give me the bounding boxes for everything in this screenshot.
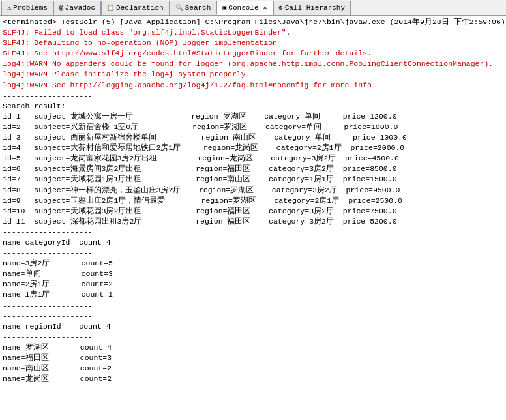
console-line: name=南山区 count=2: [3, 363, 503, 374]
console-line: SLF4J: Defaulting to no-operation (NOP) …: [3, 38, 503, 48]
tab-console[interactable]: ▣ Console ✕: [216, 1, 273, 15]
console-line: --------------------: [3, 248, 503, 258]
tab-declaration-label: Declaration: [116, 4, 164, 12]
console-line: name=regionId count=4: [3, 322, 503, 332]
console-line: id=11 subject=深都花园出租3房2厅 region=福田区 cate…: [3, 217, 503, 227]
console-line: --------------------: [3, 332, 503, 342]
console-line: name=罗湖区 count=4: [3, 342, 503, 353]
javadoc-icon: @: [59, 5, 63, 12]
console-line: id=7 subject=天域花园1房1厅出租 region=南山区 categ…: [3, 174, 503, 185]
console-line: Search result:: [3, 101, 503, 112]
console-line: name=2房1厅 count=2: [3, 279, 503, 290]
console-line: id=6 subject=海景房间3房2厅出租 region=福田区 categ…: [3, 164, 503, 174]
tab-declaration[interactable]: 📋 Declaration: [101, 1, 170, 15]
console-icon: ▣: [222, 4, 226, 12]
console-line: id=3 subject=西丽新屋村新宿舍楼单间 region=南山区 cate…: [3, 132, 503, 143]
console-line: name=单间 count=3: [3, 269, 503, 279]
console-line: log4j:WARN Please initialize the log4j s…: [3, 69, 503, 80]
tab-console-label: Console: [228, 4, 258, 12]
console-line: id=4 subject=大芬村信和爱琴居地铁口2房1厅 region=龙岗区 …: [3, 143, 503, 153]
problems-icon: ⚠: [7, 4, 11, 12]
console-line: --------------------: [3, 227, 503, 237]
console-line: name=1房1厅 count=1: [3, 290, 503, 300]
console-line: log4j:WARN See http://logging.apache.org…: [3, 80, 503, 91]
tab-callhierarchy-label: Call Hierarchy: [285, 4, 345, 12]
console-line: name=3房2厅 count=5: [3, 258, 503, 269]
tab-callhierarchy[interactable]: ⚙ Call Hierarchy: [273, 1, 351, 15]
console-line: id=9 subject=玉鉴山庄2房1厅，情侣最爱 region=罗湖区 ca…: [3, 196, 503, 206]
console-area[interactable]: <terminated> TestSolr (5) [Java Applicat…: [0, 16, 506, 420]
console-line: --------------------: [3, 311, 503, 322]
callhierarchy-icon: ⚙: [279, 4, 283, 12]
search-icon: 🔍: [175, 4, 183, 12]
console-close-icon[interactable]: ✕: [263, 4, 267, 12]
terminated-line: <terminated> TestSolr (5) [Java Applicat…: [3, 17, 503, 27]
console-line: SLF4J: See http://www.slf4j.org/codes.ht…: [3, 48, 503, 59]
tab-bar: ⚠ Problems @ Javadoc 📋 Declaration 🔍 Sea…: [0, 0, 506, 16]
console-line: --------------------: [3, 301, 503, 311]
console-line: log4j:WARN No appenders could be found f…: [3, 59, 503, 69]
tab-javadoc-label: Javadoc: [65, 4, 95, 12]
console-line: id=1 subject=龙城公寓一房一厅 region=罗湖区 categor…: [3, 112, 503, 122]
declaration-icon: 📋: [107, 5, 114, 12]
tab-search-label: Search: [185, 4, 211, 12]
tab-problems[interactable]: ⚠ Problems: [1, 1, 53, 15]
console-line: name=categoryId count=4: [3, 237, 503, 248]
console-line: name=福田区 count=3: [3, 353, 503, 363]
tab-search[interactable]: 🔍 Search: [170, 1, 217, 15]
console-line: id=10 subject=天域花园3房2厅出租 region=福田区 cate…: [3, 206, 503, 217]
tab-javadoc[interactable]: @ Javadoc: [53, 1, 101, 15]
console-line: id=2 subject=兴新宿舍楼 1室0厅 region=罗湖区 categ…: [3, 122, 503, 132]
console-line: --------------------: [3, 91, 503, 101]
console-line: id=8 subject=神一样的漂亮，玉鉴山庄3房2厅 region=罗湖区 …: [3, 185, 503, 196]
console-line: SLF4J: Failed to load class "org.slf4j.i…: [3, 27, 503, 38]
tab-problems-label: Problems: [13, 4, 48, 12]
console-line: name=龙岗区 count=2: [3, 374, 503, 384]
console-line: id=5 subject=龙岗富家花园3房2厅出租 region=龙岗区 cat…: [3, 153, 503, 164]
